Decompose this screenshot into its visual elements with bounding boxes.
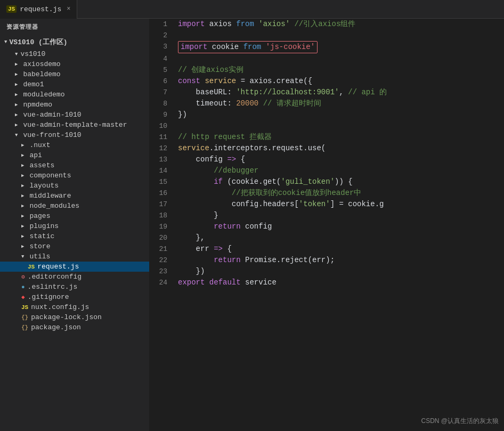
tab-close-button[interactable]: × [67,5,70,13]
workspace-name: VS1010 (工作区) [9,37,67,47]
code-line: 7 baseURL: 'http://localhost:9001', // a… [149,87,504,98]
code-line: 8 timeout: 20000 // 请求超时时间 [149,98,504,109]
code-editor[interactable]: 1import axios from 'axios' //引入axios组件23… [149,19,504,431]
folder-arrow: ▶ [21,193,24,199]
sidebar-item[interactable]: ▶babeldemo [0,69,149,79]
sidebar-item[interactable]: ◆.gitignore [0,292,149,302]
line-content: return config [176,221,504,232]
line-content: config.headers['token'] = cookie.g [176,199,504,210]
line-content: // http request 拦截器 [176,132,504,143]
sidebar-item[interactable]: ▶.nuxt [0,140,149,150]
sidebar-item-label: vue-admin-1010 [23,111,81,119]
line-content: import axios from 'axios' //引入axios组件 [176,19,504,30]
workspace-label[interactable]: ▼ VS1010 (工作区) [0,35,149,49]
folder-arrow: ▼ [15,133,18,138]
code-line: 22 return Promise.reject(err); [149,255,504,266]
json-icon: {} [21,314,28,321]
sidebar-item-label: plugins [29,222,59,230]
sidebar-item[interactable]: ▶store [0,241,149,251]
line-content: err => { [176,243,504,255]
sidebar-item[interactable]: ▶npmdemo [0,100,149,110]
sidebar-item-label: demo1 [23,80,44,88]
sidebar-item[interactable]: ▶layouts [0,181,149,191]
folder-arrow: ▶ [21,173,24,178]
editor-tab[interactable]: JS request.js × [0,0,77,19]
folder-arrow: ▶ [21,152,24,158]
folder-arrow: ▶ [21,213,24,219]
sidebar-item[interactable]: ▶plugins [0,221,149,231]
sidebar-item[interactable]: ▶axiosdemo [0,59,149,69]
sidebar-item[interactable]: ▶demo1 [0,79,149,90]
js-tab-icon: JS [6,5,17,13]
sidebar-item[interactable]: ▶moduledemo [0,90,149,100]
folder-arrow: ▶ [15,82,18,87]
line-content [176,53,504,64]
line-number: 4 [149,53,176,64]
folder-arrow: ▶ [15,102,18,108]
sidebar-item-label: axiosdemo [23,60,60,68]
sidebar: 资源管理器 ▼ VS1010 (工作区) ▼ vs1010 ▶axiosdemo… [0,19,149,431]
folder-arrow: ▶ [15,92,18,97]
line-number: 14 [149,165,176,176]
sidebar-item[interactable]: ▼vue-front-1010 [0,130,149,140]
line-number: 15 [149,176,176,188]
sidebar-item[interactable]: JSrequest.js [0,262,149,272]
sidebar-item-label: middleware [29,192,71,200]
line-content: if (cookie.get('guli_token')) { [176,176,504,188]
sidebar-item-label: vue-front-1010 [23,131,81,139]
watermark: CSDN @认真生活的灰太狼 [421,417,499,426]
sidebar-item-label: .nuxt [29,141,50,149]
sidebar-item[interactable]: ▶api [0,150,149,160]
sidebar-item[interactable]: ▶vue-admin-template-master [0,120,149,130]
line-number: 7 [149,87,176,98]
line-number: 21 [149,243,176,255]
sidebar-item[interactable]: ▶static [0,231,149,241]
folder-arrow: ▶ [15,71,18,77]
line-content: }, [176,232,504,243]
line-number: 18 [149,210,176,221]
sidebar-item[interactable]: ▶pages [0,211,149,221]
line-number: 1 [149,19,176,30]
code-line: 18 } [149,210,504,221]
line-number: 17 [149,199,176,210]
sidebar-item[interactable]: ▼utils [0,251,149,262]
code-table: 1import axios from 'axios' //引入axios组件23… [149,19,504,288]
config-icon: ⚙ [21,273,25,280]
sidebar-item[interactable]: ▶assets [0,160,149,170]
sidebar-item[interactable]: ▶node_modules [0,201,149,211]
sidebar-root[interactable]: ▼ vs1010 [0,49,149,59]
sidebar-item[interactable]: ●.eslintrc.js [0,282,149,292]
top-bar: JS request.js × [0,0,504,19]
sidebar-item[interactable]: {}package-lock.json [0,312,149,322]
sidebar-item[interactable]: JSnuxt.config.js [0,302,149,312]
sidebar-item[interactable]: ▶components [0,170,149,181]
code-line: 1import axios from 'axios' //引入axios组件 [149,19,504,30]
line-content: } [176,210,504,221]
sidebar-item-label: babeldemo [23,70,60,78]
sidebar-item-label: pages [29,212,50,220]
folder-arrow: ▶ [21,243,24,249]
line-content [176,30,504,41]
sidebar-item[interactable]: ⚙.editorconfig [0,272,149,282]
sidebar-item-label: moduledemo [23,91,64,99]
tab-filename: request.js [20,5,61,13]
line-number: 20 [149,232,176,243]
code-line: 5// 创建axios实例 [149,64,504,76]
line-content: return Promise.reject(err); [176,255,504,266]
sidebar-item-label: assets [29,161,54,169]
line-content: }) [176,266,504,277]
folder-arrow: ▶ [15,112,18,118]
sidebar-item-label: package-lock.json [31,313,102,321]
code-line: 13 config => { [149,154,504,165]
folder-arrow: ▶ [21,203,24,209]
code-line: 2 [149,30,504,41]
sidebar-item-label: components [29,172,71,180]
sidebar-item-label: package.json [31,323,81,331]
sidebar-item[interactable]: ▶middleware [0,191,149,201]
line-content: baseURL: 'http://localhost:9001', // api… [176,87,504,98]
json-icon: {} [21,324,28,331]
sidebar-item[interactable]: {}package.json [0,322,149,332]
folder-arrow: ▶ [21,233,24,239]
root-label: vs1010 [20,50,45,58]
sidebar-item[interactable]: ▶vue-admin-1010 [0,110,149,120]
